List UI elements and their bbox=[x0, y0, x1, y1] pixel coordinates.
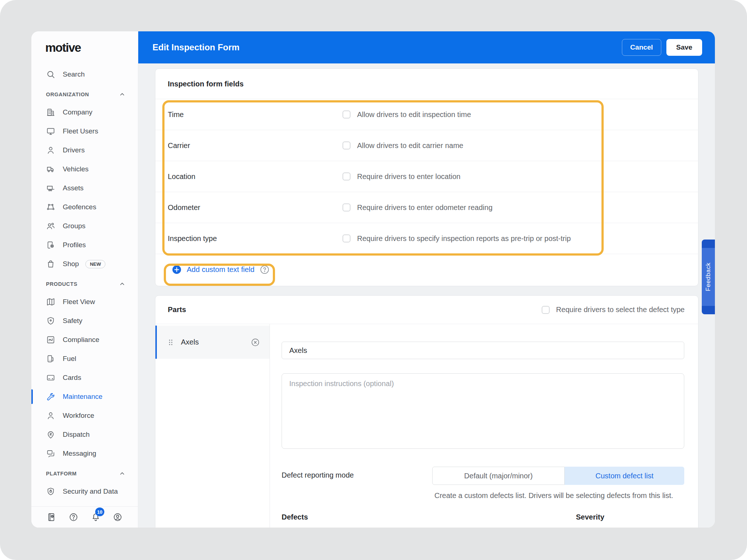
inspection-instructions-input[interactable] bbox=[282, 373, 684, 449]
defect-mode-option-custom[interactable]: Custom defect list bbox=[565, 467, 684, 485]
drag-handle-icon[interactable] bbox=[167, 338, 174, 346]
person-icon bbox=[46, 145, 55, 155]
sidebar-item-messaging[interactable]: Messaging bbox=[31, 444, 138, 463]
sidebar-item-groups[interactable]: Groups bbox=[31, 217, 138, 236]
sidebar-item-dispatch[interactable]: Dispatch bbox=[31, 425, 138, 444]
sidebar-search[interactable]: Search bbox=[31, 65, 138, 84]
checkbox-label: Require drivers to enter odometer readin… bbox=[357, 203, 492, 212]
field-label: Odometer bbox=[168, 203, 342, 212]
sidebar-item-safety[interactable]: Safety bbox=[31, 311, 138, 330]
monitor-icon bbox=[46, 127, 55, 136]
defect-type-checkbox-label: Require drivers to select the defect typ… bbox=[556, 306, 685, 314]
field-row-carrier: Carrier Allow drivers to edit carrier na… bbox=[155, 130, 698, 161]
sidebar-footer: 10 bbox=[31, 506, 138, 528]
help-circle-icon[interactable] bbox=[260, 265, 270, 275]
remove-part-icon[interactable] bbox=[251, 338, 260, 347]
checkbox-label: Allow drivers to edit inspection time bbox=[357, 110, 471, 119]
trailer-icon bbox=[46, 183, 55, 193]
add-custom-text-field-button[interactable]: Add custom text field bbox=[172, 265, 255, 275]
sidebar-section-products[interactable]: PRODUCTS bbox=[31, 276, 138, 292]
time-checkbox[interactable] bbox=[342, 110, 351, 118]
inspection-card-title: Inspection form fields bbox=[168, 80, 244, 88]
sidebar-item-assets[interactable]: Assets bbox=[31, 179, 138, 198]
help-icon[interactable] bbox=[69, 512, 78, 522]
sidebar-item-geofences[interactable]: Geofences bbox=[31, 198, 138, 217]
app-window: motive Search ORGANIZATION Company Fleet… bbox=[31, 31, 715, 528]
parts-card: Parts Require drivers to select the defe… bbox=[155, 295, 698, 528]
search-label: Search bbox=[63, 70, 85, 78]
odometer-checkbox[interactable] bbox=[342, 203, 351, 211]
sidebar-item-shop[interactable]: Shop NEW bbox=[31, 254, 138, 273]
new-badge: NEW bbox=[85, 260, 105, 268]
parts-list-panel: Axels bbox=[155, 324, 270, 528]
sidebar-item-cards[interactable]: Cards bbox=[31, 368, 138, 387]
main-area: Edit Inspection Form Cancel Save Inspect… bbox=[138, 31, 715, 528]
page-header: Edit Inspection Form Cancel Save bbox=[138, 31, 715, 63]
checkbox-label: Require drivers to enter location bbox=[357, 172, 460, 181]
field-label: Time bbox=[168, 110, 342, 119]
sidebar-item-vehicles[interactable]: Vehicles bbox=[31, 160, 138, 179]
sidebar-item-company[interactable]: Company bbox=[31, 103, 138, 122]
people-icon bbox=[46, 221, 55, 231]
part-item-label: Axels bbox=[181, 338, 199, 346]
sidebar: motive Search ORGANIZATION Company Fleet… bbox=[31, 31, 138, 528]
logbook-icon[interactable] bbox=[47, 512, 57, 522]
sidebar-section-organization[interactable]: ORGANIZATION bbox=[31, 86, 138, 103]
sidebar-item-workforce[interactable]: Workforce bbox=[31, 406, 138, 425]
carrier-checkbox[interactable] bbox=[342, 141, 351, 149]
defect-type-checkbox[interactable] bbox=[542, 306, 550, 314]
sidebar-item-profiles[interactable]: Profiles bbox=[31, 236, 138, 254]
part-name-input[interactable] bbox=[282, 342, 684, 359]
sidebar-item-drivers[interactable]: Drivers bbox=[31, 141, 138, 160]
chat-bubbles-icon bbox=[46, 449, 55, 458]
inspection-form-fields-card: Inspection form fields Time Allow driver… bbox=[155, 69, 698, 286]
motive-logo: motive bbox=[45, 41, 138, 60]
parts-card-title: Parts bbox=[168, 306, 186, 314]
notifications-bell-icon[interactable]: 10 bbox=[91, 512, 101, 522]
truck-icon bbox=[46, 164, 55, 174]
part-item-axels[interactable]: Axels bbox=[155, 326, 270, 359]
inspection-type-checkbox[interactable] bbox=[342, 234, 351, 242]
defect-mode-option-default[interactable]: Default (major/minor) bbox=[432, 467, 565, 485]
field-row-time: Time Allow drivers to edit inspection ti… bbox=[155, 99, 698, 130]
chevron-up-icon bbox=[119, 91, 125, 98]
sidebar-item-maintenance[interactable]: Maintenance bbox=[31, 387, 138, 406]
building-icon bbox=[46, 108, 55, 117]
credit-card-icon bbox=[46, 373, 55, 382]
document-gear-icon bbox=[46, 240, 55, 250]
sidebar-item-fleet-users[interactable]: Fleet Users bbox=[31, 122, 138, 141]
field-row-location: Location Require drivers to enter locati… bbox=[155, 161, 698, 192]
chevron-up-icon bbox=[119, 281, 125, 287]
person-icon bbox=[46, 411, 55, 420]
content-scroll-area: Inspection form fields Time Allow driver… bbox=[138, 63, 715, 528]
checkbox-label: Allow drivers to edit carrier name bbox=[357, 141, 463, 150]
defect-mode-segmented-control: Default (major/minor) Custom defect list bbox=[432, 467, 684, 485]
severity-column-label: Severity bbox=[576, 513, 604, 521]
add-custom-field-row: Add custom text field bbox=[155, 254, 698, 285]
feedback-tab[interactable]: Feedback bbox=[702, 240, 715, 314]
field-row-odometer: Odometer Require drivers to enter odomet… bbox=[155, 192, 698, 223]
search-icon bbox=[46, 70, 55, 79]
plus-circle-icon bbox=[172, 265, 182, 275]
defect-mode-description: Create a custom defects list. Drivers wi… bbox=[434, 490, 675, 501]
defect-reporting-mode-row: Defect reporting mode Default (major/min… bbox=[282, 467, 684, 485]
save-button[interactable]: Save bbox=[666, 39, 702, 56]
sidebar-section-platform[interactable]: PLATFORM bbox=[31, 465, 138, 482]
sidebar-item-compliance[interactable]: Compliance bbox=[31, 330, 138, 349]
fuel-pump-icon bbox=[46, 354, 55, 363]
sidebar-item-fleet-view[interactable]: Fleet View bbox=[31, 292, 138, 311]
add-custom-text-field-label: Add custom text field bbox=[187, 265, 255, 274]
field-label: Carrier bbox=[168, 141, 342, 150]
map-icon bbox=[46, 297, 55, 307]
cancel-button[interactable]: Cancel bbox=[622, 39, 661, 56]
sidebar-item-fuel[interactable]: Fuel bbox=[31, 349, 138, 368]
sidebar-item-security-and-data[interactable]: Security and Data bbox=[31, 482, 138, 501]
geofence-icon bbox=[46, 202, 55, 212]
defect-reporting-mode-label: Defect reporting mode bbox=[282, 467, 432, 479]
chart-square-icon bbox=[46, 335, 55, 345]
notification-count-badge: 10 bbox=[95, 508, 104, 516]
checkbox-label: Require drivers to specify inspection re… bbox=[357, 234, 571, 243]
account-icon[interactable] bbox=[113, 512, 123, 522]
location-checkbox[interactable] bbox=[342, 172, 351, 180]
page-title: Edit Inspection Form bbox=[152, 42, 240, 52]
